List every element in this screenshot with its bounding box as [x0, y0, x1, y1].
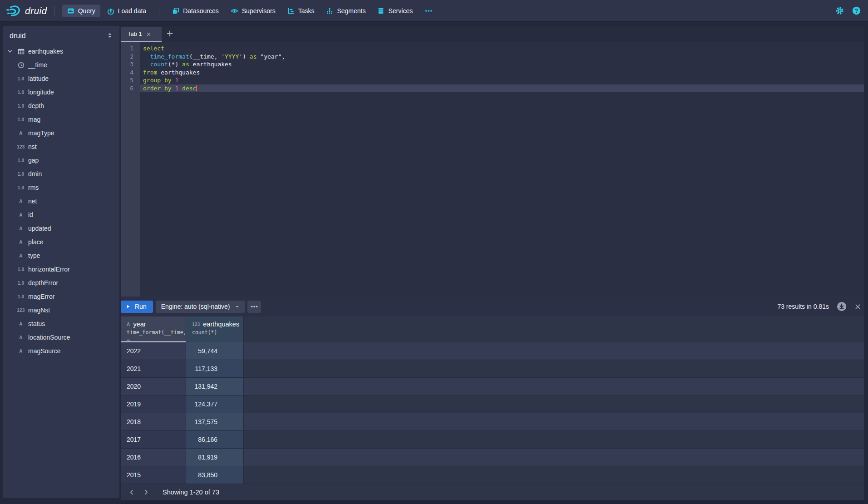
row-filler: [244, 342, 864, 360]
cell-earthquakes[interactable]: 117,133: [186, 360, 244, 377]
float-type-icon: 1.0: [18, 281, 25, 286]
page-next-icon[interactable]: [141, 487, 152, 498]
nav-item-tasks[interactable]: Tasks: [282, 5, 320, 17]
column-item-updated[interactable]: Aupdated: [3, 222, 119, 235]
nav-item-label: Query: [78, 7, 95, 15]
column-item-dmin[interactable]: 1.0dmin: [3, 167, 119, 181]
column-label: rms: [28, 184, 39, 191]
engine-select[interactable]: Engine: auto (sql-native): [156, 301, 245, 313]
line-number: 5: [121, 76, 140, 84]
nav-item-services[interactable]: Services: [372, 5, 418, 17]
cell-earthquakes[interactable]: 59,744: [186, 342, 244, 360]
nav-item-segments[interactable]: Segments: [321, 5, 370, 17]
datasource-label: earthquakes: [28, 48, 63, 55]
column-header-earthquakes[interactable]: 123 earthquakes count(*): [186, 316, 244, 342]
query-view: Tab 1 1select2 time_format(__time, 'YYYY…: [119, 26, 864, 504]
column-item-place[interactable]: Aplace: [3, 235, 119, 249]
cell-earthquakes[interactable]: 131,942: [186, 378, 244, 395]
code-line-1: 1select: [121, 44, 864, 53]
tab-1[interactable]: Tab 1: [121, 27, 162, 42]
sql-editor[interactable]: 1select2 time_format(__time, 'YYYY') as …: [121, 42, 864, 296]
cell-year[interactable]: 2015: [121, 466, 186, 484]
nav-item-load-data[interactable]: Load data: [102, 5, 151, 17]
column-item-type[interactable]: Atype: [3, 249, 119, 262]
column-label: gap: [28, 157, 39, 164]
column-item-nst[interactable]: 123nst: [3, 140, 119, 153]
supervisors-icon: [231, 7, 238, 15]
close-results-icon[interactable]: [854, 303, 861, 310]
nav-item-label: Supervisors: [242, 7, 276, 15]
cell-year[interactable]: 2018: [121, 413, 186, 430]
column-item-depthError[interactable]: 1.0depthError: [3, 276, 119, 290]
cell-year[interactable]: 2016: [121, 449, 186, 466]
cell-year[interactable]: 2020: [121, 378, 186, 395]
column-item-locationSource[interactable]: AlocationSource: [3, 331, 119, 344]
tab-close-icon[interactable]: [146, 32, 151, 37]
schema-sidebar: druid earthquakes__time1.0latitude1.0lon…: [3, 26, 119, 498]
results-status: 73 results in 0.81s: [777, 303, 829, 310]
column-item-mag[interactable]: 1.0mag: [3, 113, 119, 126]
download-results-icon[interactable]: [837, 301, 847, 311]
column-expression: time_format(__time, …: [127, 329, 186, 342]
new-tab-icon[interactable]: [166, 30, 173, 37]
cell-earthquakes[interactable]: 124,377: [186, 395, 244, 413]
cell-earthquakes[interactable]: 83,850: [186, 466, 244, 484]
nav-item-more[interactable]: [419, 5, 438, 17]
cell-year[interactable]: 2017: [121, 431, 186, 448]
column-label: mag: [28, 116, 40, 123]
column-item-longitude[interactable]: 1.0longitude: [3, 85, 119, 99]
nav-item-supervisors[interactable]: Supervisors: [226, 5, 281, 17]
page-prev-icon[interactable]: [126, 487, 137, 498]
run-more-button[interactable]: •••: [247, 301, 261, 313]
column-item-status[interactable]: Astatus: [3, 317, 119, 331]
string-type-icon: A: [19, 349, 22, 354]
column-item-id[interactable]: Aid: [3, 208, 119, 222]
run-button[interactable]: Run: [121, 301, 153, 313]
cell-earthquakes[interactable]: 137,575: [186, 413, 244, 430]
table-row: 2020131,942: [121, 378, 864, 395]
column-name: year: [133, 321, 146, 328]
column-item-horizontalError[interactable]: 1.0horizontalError: [3, 262, 119, 276]
brand-name: druid: [25, 5, 47, 16]
play-icon: [125, 304, 131, 309]
column-item-gap[interactable]: 1.0gap: [3, 153, 119, 167]
column-item-net[interactable]: Anet: [3, 194, 119, 208]
column-item-magError[interactable]: 1.0magError: [3, 290, 119, 303]
nav-item-query[interactable]: Query: [62, 5, 100, 17]
cell-year[interactable]: 2021: [121, 360, 186, 377]
cell-year[interactable]: 2022: [121, 342, 186, 360]
nav-item-label: Segments: [337, 7, 365, 15]
help-icon[interactable]: ?: [852, 6, 861, 15]
tab-bar: Tab 1: [119, 26, 864, 42]
run-label: Run: [135, 303, 147, 310]
cell-earthquakes[interactable]: 86,166: [186, 431, 244, 448]
column-label: depthError: [28, 279, 58, 287]
sort-columns-icon[interactable]: [107, 32, 113, 39]
code-line-5: 5group by 1: [121, 76, 864, 84]
settings-gear-icon[interactable]: [835, 6, 844, 15]
nav-item-datasources[interactable]: Datasources: [167, 5, 224, 17]
column-header-year[interactable]: A year time_format(__time, …: [121, 316, 186, 342]
string-type-icon: A: [19, 240, 22, 245]
druid-logo[interactable]: druid: [6, 4, 47, 18]
column-item-magType[interactable]: AmagType: [3, 126, 119, 140]
code-line-4: 4from earthquakes: [121, 69, 864, 77]
datasource-earthquakes[interactable]: earthquakes: [3, 44, 119, 58]
results-panel: A year time_format(__time, … 123 earthqu…: [121, 316, 864, 504]
column-item-magNst[interactable]: 123magNst: [3, 303, 119, 317]
column-item-latitude[interactable]: 1.0latitude: [3, 72, 119, 85]
cell-year[interactable]: 2019: [121, 395, 186, 413]
druid-logo-icon: [6, 4, 21, 18]
column-label: place: [28, 238, 43, 246]
nav-item-label: Services: [388, 7, 413, 15]
column-label: net: [28, 198, 37, 205]
column-item-rms[interactable]: 1.0rms: [3, 181, 119, 194]
float-type-icon: 1.0: [18, 172, 25, 177]
column-item-__time[interactable]: __time: [3, 58, 119, 72]
cell-earthquakes[interactable]: 81,919: [186, 449, 244, 466]
float-type-icon: 1.0: [18, 104, 25, 109]
column-item-magSource[interactable]: AmagSource: [3, 344, 119, 358]
column-item-depth[interactable]: 1.0depth: [3, 99, 119, 113]
line-number: 2: [121, 53, 140, 61]
table-row: 202259,744: [121, 342, 864, 360]
